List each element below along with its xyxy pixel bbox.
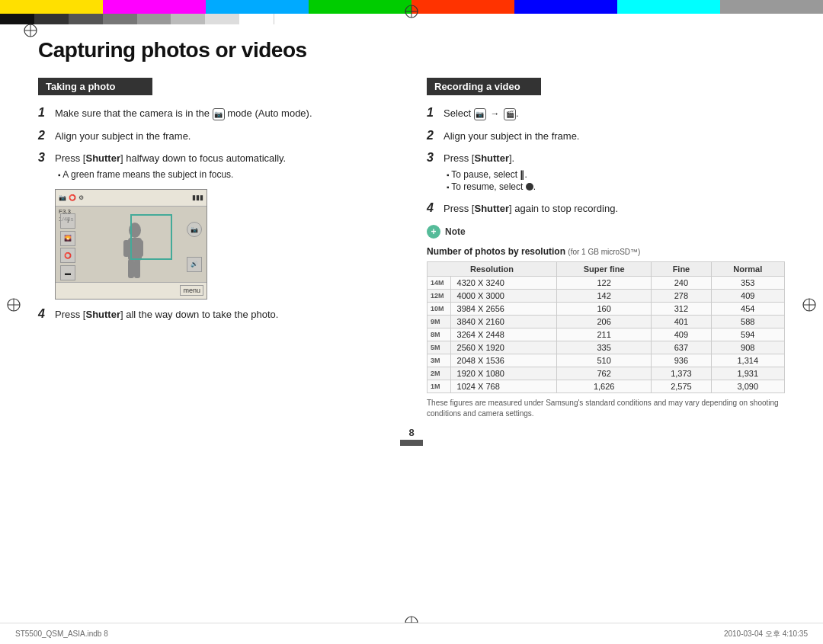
step-2-right: 2 Align your subject in the frame.	[427, 129, 785, 144]
row-fine-3: 401	[652, 316, 711, 328]
color-seg-cyan	[206, 0, 309, 14]
pause-symbol: ‖	[520, 169, 524, 180]
reg-mark-left-middle	[6, 297, 21, 312]
th-resolution: Resolution	[428, 262, 557, 277]
row-icon-2: 10M	[428, 303, 451, 316]
color-seg-red	[412, 0, 514, 14]
row-fine-0: 240	[652, 277, 711, 290]
battery-indicator: ▮▮▮	[192, 194, 203, 201]
row-superfine-1: 142	[556, 290, 651, 303]
table-row: 8M 3264 X 2448 211 409 594	[428, 328, 785, 341]
photo-table: Resolution Super fine Fine Normal 14M 43…	[427, 261, 785, 393]
row-icon-3: 9M	[428, 316, 451, 328]
color-seg-yellow	[0, 0, 103, 14]
camera-side-icons: ↕ 🌄 ⭕ ▬	[59, 207, 77, 282]
gray-seg-5	[137, 14, 171, 24]
step-2-left: 2 Align your subject in the frame.	[38, 129, 396, 144]
camera-icon-right: 📷	[474, 108, 486, 120]
row-res-5: 2560 X 1920	[450, 341, 556, 354]
main-content: Capturing photos or videos Taking a phot…	[38, 38, 785, 606]
table-row: 12M 4000 X 3000 142 278 409	[428, 290, 785, 303]
gray-seg-2	[34, 14, 69, 24]
row-superfine-0: 122	[556, 277, 651, 290]
step-num-1-left: 1	[38, 106, 55, 120]
color-seg-ltcyan	[617, 0, 720, 14]
bullet-resume: To resume, select .	[447, 181, 536, 192]
date-info: 2010-03-04 오후 4:10:35	[724, 629, 808, 639]
th-normal: Normal	[711, 262, 784, 277]
camera-bottom-bar: menu	[56, 282, 207, 299]
color-seg-blue	[514, 0, 617, 14]
row-icon-1: 12M	[428, 290, 451, 303]
bullet-green-frame: A green frame means the subject in focus…	[58, 169, 286, 180]
row-normal-5: 908	[711, 341, 784, 354]
gray-seg-3	[69, 14, 103, 24]
menu-label: menu	[180, 285, 203, 296]
row-fine-4: 409	[652, 328, 711, 341]
note-label: Note	[445, 226, 466, 237]
table-header-row: Resolution Super fine Fine Normal	[428, 262, 785, 277]
table-row: 9M 3840 X 2160 206 401 588	[428, 316, 785, 328]
table-title: Number of photos by resolution (for 1 GB…	[427, 246, 785, 257]
table-row: 1M 1024 X 768 1,626 2,575 3,090	[428, 380, 785, 393]
top-gray-bar	[0, 14, 274, 24]
file-info: ST5500_QSM_ASIA.indb 8	[15, 630, 108, 638]
row-res-7: 1920 X 1080	[450, 367, 556, 380]
step-text-4-right: Press [Shutter] again to stop recording.	[444, 201, 618, 216]
th-fine: Fine	[652, 262, 711, 277]
table-row: 3M 2048 X 1536 510 936 1,314	[428, 354, 785, 367]
step-num-4-left: 4	[38, 307, 55, 321]
row-res-4: 3264 X 2448	[450, 328, 556, 341]
gray-seg-8	[239, 14, 274, 24]
exposure-indicator: ⭕	[69, 194, 76, 201]
row-normal-6: 1,314	[711, 354, 784, 367]
row-icon-6: 3M	[428, 354, 451, 367]
table-row: 10M 3984 X 2656 160 312 454	[428, 303, 785, 316]
row-fine-8: 2,575	[652, 380, 711, 393]
step-num-2-left: 2	[38, 129, 55, 143]
table-row: 5M 2560 X 1920 335 637 908	[428, 341, 785, 354]
step-text-3-right: Press [Shutter].	[444, 152, 514, 164]
page-title: Capturing photos or videos	[38, 38, 785, 62]
arrow-icon: →	[490, 107, 499, 120]
step-3-right: 3 Press [Shutter]. To pause, select ‖. T…	[427, 151, 785, 194]
step-text-4-left: Press [Shutter] all the way down to take…	[55, 307, 278, 322]
camera-right-icons: 📷 🔊	[185, 207, 203, 282]
step-text-2-left: Align your subject in the frame.	[55, 129, 191, 144]
step-num-2-right: 2	[427, 129, 444, 143]
svg-rect-20	[134, 259, 140, 278]
focus-frame	[130, 214, 172, 260]
right-column: Recording a video 1 Select 📷 → 🎬. 2 Alig…	[427, 78, 785, 419]
row-normal-7: 1,931	[711, 367, 784, 380]
step-4-right: 4 Press [Shutter] again to stop recordin…	[427, 201, 785, 216]
row-normal-0: 353	[711, 277, 784, 290]
left-column: Taking a photo 1 Make sure that the came…	[38, 78, 396, 419]
side-icon-2: 🌄	[60, 231, 75, 246]
row-fine-7: 1,373	[652, 367, 711, 380]
row-icon-7: 2M	[428, 367, 451, 380]
row-superfine-6: 510	[556, 354, 651, 367]
gray-seg-6	[171, 14, 205, 24]
svg-rect-19	[128, 259, 134, 278]
step-content-3-right: Press [Shutter]. To pause, select ‖. To …	[444, 151, 536, 194]
stop-symbol	[526, 183, 533, 191]
row-res-3: 3840 X 2160	[450, 316, 556, 328]
page-number: 8	[38, 427, 785, 446]
recording-video-header: Recording a video	[427, 78, 541, 95]
step-3-bullets: A green frame means the subject in focus…	[55, 169, 286, 180]
reg-mark-right-middle	[802, 297, 817, 312]
step-1-left: 1 Make sure that the camera is in the 📷 …	[38, 106, 396, 121]
reg-mark-top-center	[404, 4, 419, 19]
table-subtitle: (for 1 GB microSD™)	[568, 248, 640, 256]
reg-mark-top-left	[23, 23, 38, 38]
side-icon-4: ▬	[60, 265, 75, 280]
step-text-3-left: Press [Shutter] halfway down to focus au…	[55, 152, 286, 164]
row-fine-1: 278	[652, 290, 711, 303]
step-num-3-right: 3	[427, 151, 444, 165]
row-icon-0: 14M	[428, 277, 451, 290]
step-text-1-right: Select 📷 → 🎬.	[444, 106, 519, 121]
row-icon-5: 5M	[428, 341, 451, 354]
row-fine-5: 637	[652, 341, 711, 354]
step-content-3-left: Press [Shutter] halfway down to focus au…	[55, 151, 286, 181]
left-steps: 1 Make sure that the camera is in the 📷 …	[38, 106, 396, 181]
